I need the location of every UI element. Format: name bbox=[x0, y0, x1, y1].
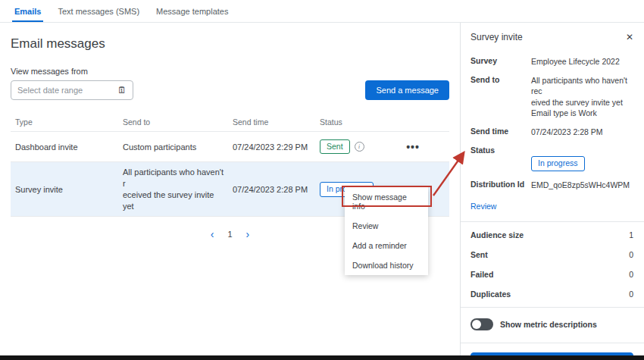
menu-item-download-history[interactable]: Download history bbox=[345, 255, 428, 275]
metric-row: Duplicates 0 bbox=[470, 284, 633, 304]
page-title: Email messages bbox=[11, 36, 449, 52]
menu-item-add-a-reminder[interactable]: Add a reminder bbox=[345, 236, 428, 255]
metric-value-failed: 0 bbox=[629, 270, 633, 279]
row-context-menu: Show message info Review Add a reminder … bbox=[345, 187, 428, 275]
metric-row: Audience size 1 bbox=[470, 225, 633, 245]
metric-value-duplicates: 0 bbox=[629, 290, 633, 299]
field-value-survey: Employee Lifecycle 2022 bbox=[531, 56, 633, 67]
divider bbox=[461, 307, 644, 308]
column-header-status: Status bbox=[315, 113, 389, 131]
panel-title: Survey invite bbox=[470, 32, 523, 42]
column-header-send-to: Send to bbox=[118, 113, 228, 131]
field-value-distribution-id: EMD_qoE8zp5sWHc4WPM bbox=[531, 180, 633, 190]
row-type: Dashboard invite bbox=[11, 138, 118, 156]
close-icon[interactable]: ✕ bbox=[626, 32, 633, 42]
table-header-row: Type Send to Send time Status bbox=[11, 112, 449, 132]
toolbar-row: Select date range 🗓 Send a message bbox=[11, 80, 449, 100]
field-value-send-to: All participants who haven't rec eived t… bbox=[531, 75, 633, 118]
row-send-time: 07/24/2023 2:28 PM bbox=[228, 180, 315, 199]
toggle-label: Show metric descriptions bbox=[500, 320, 597, 329]
calendar-icon: 🗓 bbox=[117, 86, 127, 95]
status-badge: Sent bbox=[320, 139, 350, 155]
metric-label-sent: Sent bbox=[470, 250, 488, 259]
bottom-bar bbox=[0, 355, 644, 360]
top-nav: Emails Text messages (SMS) Message templ… bbox=[0, 0, 644, 23]
field-label-send-time: Send time bbox=[470, 127, 531, 137]
field-label-status: Status bbox=[470, 146, 531, 171]
filter-label: View messages from bbox=[11, 67, 449, 76]
app-root: Emails Text messages (SMS) Message templ… bbox=[0, 0, 644, 360]
info-icon[interactable]: i bbox=[355, 142, 364, 152]
prev-page-button[interactable]: ‹ bbox=[211, 229, 214, 239]
row-actions-menu-button[interactable]: ••• bbox=[389, 141, 449, 153]
panel-status-badge: In progress bbox=[531, 156, 585, 171]
menu-item-review[interactable]: Review bbox=[345, 216, 428, 236]
message-info-panel: Survey invite ✕ Survey Employee Lifecycl… bbox=[460, 23, 644, 355]
content: Email messages View messages from Select… bbox=[0, 23, 644, 355]
table-row[interactable]: Dashboard invite Custom participants 07/… bbox=[11, 132, 449, 162]
menu-item-show-message-info[interactable]: Show message info bbox=[345, 187, 428, 216]
row-send-to: All participants who haven't r eceived t… bbox=[118, 162, 228, 216]
metric-row: Sent 0 bbox=[470, 245, 633, 265]
metric-label-duplicates: Duplicates bbox=[470, 290, 511, 299]
row-type: Survey invite bbox=[11, 180, 118, 199]
date-range-placeholder: Select date range bbox=[17, 86, 83, 95]
metric-label-failed: Failed bbox=[470, 270, 493, 279]
show-metric-descriptions-toggle[interactable] bbox=[470, 318, 493, 330]
metric-row: Failed 0 bbox=[470, 265, 633, 284]
field-label-send-to: Send to bbox=[470, 75, 531, 118]
column-header-type: Type bbox=[11, 113, 118, 131]
metric-value-audience-size: 1 bbox=[629, 230, 633, 239]
review-link[interactable]: Review bbox=[470, 202, 496, 211]
divider bbox=[461, 221, 644, 222]
field-label-distribution-id: Distribution Id bbox=[470, 180, 531, 190]
field-value-send-time: 07/24/2023 2:28 PM bbox=[531, 127, 633, 137]
column-header-send-time: Send time bbox=[228, 113, 315, 131]
field-label-survey: Survey bbox=[470, 56, 531, 67]
send-message-button[interactable]: Send a message bbox=[365, 80, 449, 100]
row-send-to: Custom participants bbox=[118, 138, 228, 156]
row-send-time: 07/24/2023 2:29 PM bbox=[228, 138, 315, 156]
tab-message-templates[interactable]: Message templates bbox=[148, 0, 236, 22]
date-range-input[interactable]: Select date range 🗓 bbox=[11, 80, 133, 100]
tab-emails[interactable]: Emails bbox=[6, 0, 49, 22]
page-number[interactable]: 1 bbox=[227, 230, 232, 239]
metric-value-sent: 0 bbox=[629, 250, 633, 259]
divider bbox=[461, 343, 644, 343]
next-page-button[interactable]: › bbox=[246, 229, 250, 239]
tab-text-messages-sms[interactable]: Text messages (SMS) bbox=[49, 0, 148, 22]
metric-label-audience-size: Audience size bbox=[470, 230, 524, 239]
